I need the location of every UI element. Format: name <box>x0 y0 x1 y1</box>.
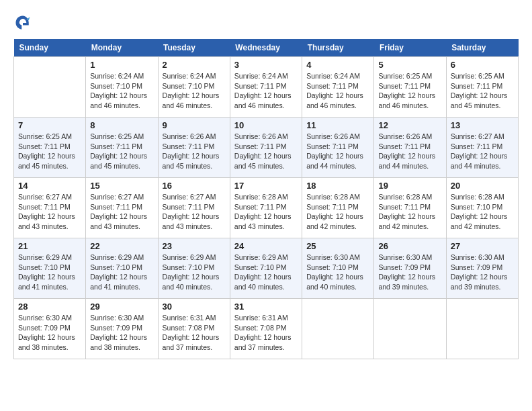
cell-content: Sunrise: 6:31 AM Sunset: 7:08 PM Dayligh… <box>163 313 226 353</box>
day-number: 7 <box>18 120 81 130</box>
calendar-cell: 24Sunrise: 6:29 AM Sunset: 7:10 PM Dayli… <box>230 238 302 299</box>
calendar-cell: 21Sunrise: 6:29 AM Sunset: 7:10 PM Dayli… <box>14 238 86 299</box>
cell-content: Sunrise: 6:24 AM Sunset: 7:11 PM Dayligh… <box>306 71 369 111</box>
calendar-cell <box>14 57 86 118</box>
day-number: 3 <box>234 60 298 70</box>
calendar-cell: 18Sunrise: 6:28 AM Sunset: 7:11 PM Dayli… <box>302 178 374 238</box>
calendar-cell: 30Sunrise: 6:31 AM Sunset: 7:08 PM Dayli… <box>158 299 230 359</box>
cell-content: Sunrise: 6:29 AM Sunset: 7:10 PM Dayligh… <box>90 253 153 292</box>
calendar-cell <box>374 299 446 359</box>
logo <box>13 13 35 32</box>
calendar-week-2: 7Sunrise: 6:25 AM Sunset: 7:11 PM Daylig… <box>14 118 519 178</box>
calendar-cell: 8Sunrise: 6:25 AM Sunset: 7:11 PM Daylig… <box>86 118 158 178</box>
cell-content: Sunrise: 6:25 AM Sunset: 7:11 PM Dayligh… <box>18 132 81 171</box>
calendar-cell: 19Sunrise: 6:28 AM Sunset: 7:11 PM Dayli… <box>374 178 446 238</box>
cell-content: Sunrise: 6:24 AM Sunset: 7:10 PM Dayligh… <box>163 71 226 111</box>
weekday-header-row: SundayMondayTuesdayWednesdayThursdayFrid… <box>14 39 519 57</box>
day-number: 9 <box>163 120 226 130</box>
cell-content: Sunrise: 6:28 AM Sunset: 7:11 PM Dayligh… <box>378 192 441 232</box>
calendar-table: SundayMondayTuesdayWednesdayThursdayFrid… <box>13 39 519 359</box>
calendar-cell: 15Sunrise: 6:27 AM Sunset: 7:11 PM Dayli… <box>86 178 158 238</box>
day-number: 6 <box>451 60 514 70</box>
cell-content: Sunrise: 6:26 AM Sunset: 7:11 PM Dayligh… <box>163 132 226 171</box>
day-number: 25 <box>306 241 369 251</box>
header <box>13 13 519 32</box>
calendar-cell: 9Sunrise: 6:26 AM Sunset: 7:11 PM Daylig… <box>158 118 230 178</box>
calendar-cell: 6Sunrise: 6:25 AM Sunset: 7:11 PM Daylig… <box>446 57 518 118</box>
day-number: 30 <box>163 302 226 312</box>
day-number: 15 <box>90 181 153 191</box>
cell-content: Sunrise: 6:30 AM Sunset: 7:09 PM Dayligh… <box>90 313 153 353</box>
calendar-cell: 14Sunrise: 6:27 AM Sunset: 7:11 PM Dayli… <box>14 178 86 238</box>
day-number: 2 <box>163 60 226 70</box>
day-number: 1 <box>90 60 153 70</box>
weekday-header-friday: Friday <box>374 39 446 57</box>
cell-content: Sunrise: 6:27 AM Sunset: 7:11 PM Dayligh… <box>18 192 81 232</box>
cell-content: Sunrise: 6:27 AM Sunset: 7:11 PM Dayligh… <box>451 132 514 171</box>
day-number: 27 <box>451 241 514 251</box>
calendar-cell: 4Sunrise: 6:24 AM Sunset: 7:11 PM Daylig… <box>302 57 374 118</box>
weekday-header-monday: Monday <box>86 39 158 57</box>
day-number: 26 <box>378 241 441 251</box>
day-number: 5 <box>378 60 441 70</box>
page-container: SundayMondayTuesdayWednesdayThursdayFrid… <box>13 13 519 359</box>
calendar-cell: 31Sunrise: 6:31 AM Sunset: 7:08 PM Dayli… <box>230 299 302 359</box>
calendar-week-3: 14Sunrise: 6:27 AM Sunset: 7:11 PM Dayli… <box>14 178 519 238</box>
day-number: 11 <box>306 120 369 130</box>
calendar-cell: 29Sunrise: 6:30 AM Sunset: 7:09 PM Dayli… <box>86 299 158 359</box>
weekday-header-thursday: Thursday <box>302 39 374 57</box>
day-number: 12 <box>378 120 441 130</box>
cell-content: Sunrise: 6:30 AM Sunset: 7:09 PM Dayligh… <box>18 313 81 353</box>
calendar-cell: 23Sunrise: 6:29 AM Sunset: 7:10 PM Dayli… <box>158 238 230 299</box>
calendar-cell: 28Sunrise: 6:30 AM Sunset: 7:09 PM Dayli… <box>14 299 86 359</box>
calendar-week-4: 21Sunrise: 6:29 AM Sunset: 7:10 PM Dayli… <box>14 238 519 299</box>
weekday-header-wednesday: Wednesday <box>230 39 302 57</box>
calendar-cell: 16Sunrise: 6:27 AM Sunset: 7:11 PM Dayli… <box>158 178 230 238</box>
cell-content: Sunrise: 6:30 AM Sunset: 7:09 PM Dayligh… <box>378 253 441 292</box>
day-number: 16 <box>163 181 226 191</box>
calendar-cell: 17Sunrise: 6:28 AM Sunset: 7:11 PM Dayli… <box>230 178 302 238</box>
calendar-cell: 10Sunrise: 6:26 AM Sunset: 7:11 PM Dayli… <box>230 118 302 178</box>
day-number: 14 <box>18 181 81 191</box>
logo-icon <box>13 13 32 32</box>
day-number: 19 <box>378 181 441 191</box>
calendar-cell: 5Sunrise: 6:25 AM Sunset: 7:11 PM Daylig… <box>374 57 446 118</box>
cell-content: Sunrise: 6:28 AM Sunset: 7:11 PM Dayligh… <box>234 192 298 232</box>
cell-content: Sunrise: 6:28 AM Sunset: 7:10 PM Dayligh… <box>451 192 514 232</box>
cell-content: Sunrise: 6:29 AM Sunset: 7:10 PM Dayligh… <box>234 253 298 292</box>
cell-content: Sunrise: 6:31 AM Sunset: 7:08 PM Dayligh… <box>234 313 298 353</box>
day-number: 21 <box>18 241 81 251</box>
calendar-cell: 11Sunrise: 6:26 AM Sunset: 7:11 PM Dayli… <box>302 118 374 178</box>
cell-content: Sunrise: 6:30 AM Sunset: 7:09 PM Dayligh… <box>451 253 514 292</box>
calendar-header: SundayMondayTuesdayWednesdayThursdayFrid… <box>14 39 519 57</box>
weekday-header-sunday: Sunday <box>14 39 86 57</box>
calendar-cell: 1Sunrise: 6:24 AM Sunset: 7:10 PM Daylig… <box>86 57 158 118</box>
cell-content: Sunrise: 6:25 AM Sunset: 7:11 PM Dayligh… <box>451 71 514 111</box>
calendar-body: 1Sunrise: 6:24 AM Sunset: 7:10 PM Daylig… <box>14 57 519 359</box>
calendar-week-1: 1Sunrise: 6:24 AM Sunset: 7:10 PM Daylig… <box>14 57 519 118</box>
cell-content: Sunrise: 6:25 AM Sunset: 7:11 PM Dayligh… <box>90 132 153 171</box>
calendar-cell: 27Sunrise: 6:30 AM Sunset: 7:09 PM Dayli… <box>446 238 518 299</box>
day-number: 4 <box>306 60 369 70</box>
cell-content: Sunrise: 6:29 AM Sunset: 7:10 PM Dayligh… <box>18 253 81 292</box>
calendar-week-5: 28Sunrise: 6:30 AM Sunset: 7:09 PM Dayli… <box>14 299 519 359</box>
calendar-cell: 20Sunrise: 6:28 AM Sunset: 7:10 PM Dayli… <box>446 178 518 238</box>
day-number: 28 <box>18 302 81 312</box>
day-number: 8 <box>90 120 153 130</box>
calendar-cell: 3Sunrise: 6:24 AM Sunset: 7:11 PM Daylig… <box>230 57 302 118</box>
cell-content: Sunrise: 6:27 AM Sunset: 7:11 PM Dayligh… <box>163 192 226 232</box>
calendar-cell: 26Sunrise: 6:30 AM Sunset: 7:09 PM Dayli… <box>374 238 446 299</box>
day-number: 20 <box>451 181 514 191</box>
calendar-cell <box>302 299 374 359</box>
cell-content: Sunrise: 6:30 AM Sunset: 7:10 PM Dayligh… <box>306 253 369 292</box>
cell-content: Sunrise: 6:29 AM Sunset: 7:10 PM Dayligh… <box>163 253 226 292</box>
cell-content: Sunrise: 6:24 AM Sunset: 7:10 PM Dayligh… <box>90 71 153 111</box>
day-number: 23 <box>163 241 226 251</box>
day-number: 17 <box>234 181 298 191</box>
day-number: 24 <box>234 241 298 251</box>
weekday-header-saturday: Saturday <box>446 39 518 57</box>
calendar-cell: 12Sunrise: 6:26 AM Sunset: 7:11 PM Dayli… <box>374 118 446 178</box>
cell-content: Sunrise: 6:24 AM Sunset: 7:11 PM Dayligh… <box>234 71 298 111</box>
calendar-cell: 25Sunrise: 6:30 AM Sunset: 7:10 PM Dayli… <box>302 238 374 299</box>
cell-content: Sunrise: 6:25 AM Sunset: 7:11 PM Dayligh… <box>378 71 441 111</box>
